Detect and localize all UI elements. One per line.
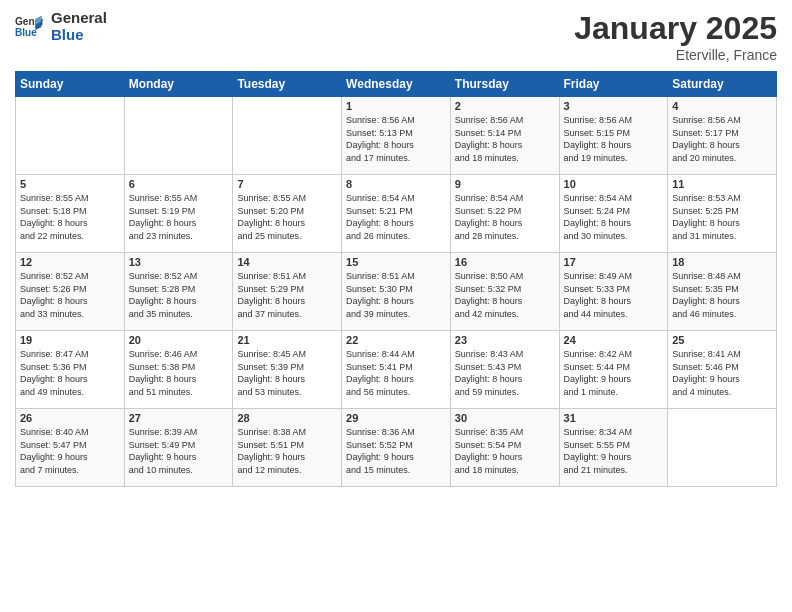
day-number: 1 [346,100,446,112]
day-info: Sunrise: 8:55 AM Sunset: 5:18 PM Dayligh… [20,192,120,242]
day-info: Sunrise: 8:42 AM Sunset: 5:44 PM Dayligh… [564,348,664,398]
calendar-cell [233,97,342,175]
calendar-cell: 24Sunrise: 8:42 AM Sunset: 5:44 PM Dayli… [559,331,668,409]
header-tuesday: Tuesday [233,72,342,97]
header-monday: Monday [124,72,233,97]
day-info: Sunrise: 8:49 AM Sunset: 5:33 PM Dayligh… [564,270,664,320]
day-number: 3 [564,100,664,112]
day-info: Sunrise: 8:53 AM Sunset: 5:25 PM Dayligh… [672,192,772,242]
header-sunday: Sunday [16,72,125,97]
day-number: 8 [346,178,446,190]
svg-text:Blue: Blue [15,27,37,38]
day-number: 20 [129,334,229,346]
day-info: Sunrise: 8:51 AM Sunset: 5:30 PM Dayligh… [346,270,446,320]
calendar-cell: 29Sunrise: 8:36 AM Sunset: 5:52 PM Dayli… [342,409,451,487]
day-number: 15 [346,256,446,268]
day-number: 29 [346,412,446,424]
calendar-cell: 13Sunrise: 8:52 AM Sunset: 5:28 PM Dayli… [124,253,233,331]
day-number: 30 [455,412,555,424]
day-number: 11 [672,178,772,190]
day-info: Sunrise: 8:38 AM Sunset: 5:51 PM Dayligh… [237,426,337,476]
calendar-cell: 11Sunrise: 8:53 AM Sunset: 5:25 PM Dayli… [668,175,777,253]
day-info: Sunrise: 8:47 AM Sunset: 5:36 PM Dayligh… [20,348,120,398]
logo-icon: General Blue [15,13,43,41]
day-number: 10 [564,178,664,190]
calendar-cell: 30Sunrise: 8:35 AM Sunset: 5:54 PM Dayli… [450,409,559,487]
day-info: Sunrise: 8:51 AM Sunset: 5:29 PM Dayligh… [237,270,337,320]
day-number: 22 [346,334,446,346]
calendar-cell: 26Sunrise: 8:40 AM Sunset: 5:47 PM Dayli… [16,409,125,487]
calendar-cell: 9Sunrise: 8:54 AM Sunset: 5:22 PM Daylig… [450,175,559,253]
day-number: 27 [129,412,229,424]
calendar-week-5: 26Sunrise: 8:40 AM Sunset: 5:47 PM Dayli… [16,409,777,487]
day-number: 25 [672,334,772,346]
day-info: Sunrise: 8:43 AM Sunset: 5:43 PM Dayligh… [455,348,555,398]
calendar-week-2: 5Sunrise: 8:55 AM Sunset: 5:18 PM Daylig… [16,175,777,253]
calendar: Sunday Monday Tuesday Wednesday Thursday… [15,71,777,487]
month-title: January 2025 [574,10,777,47]
calendar-week-4: 19Sunrise: 8:47 AM Sunset: 5:36 PM Dayli… [16,331,777,409]
calendar-cell: 4Sunrise: 8:56 AM Sunset: 5:17 PM Daylig… [668,97,777,175]
day-info: Sunrise: 8:54 AM Sunset: 5:22 PM Dayligh… [455,192,555,242]
day-info: Sunrise: 8:34 AM Sunset: 5:55 PM Dayligh… [564,426,664,476]
calendar-cell: 22Sunrise: 8:44 AM Sunset: 5:41 PM Dayli… [342,331,451,409]
day-number: 6 [129,178,229,190]
day-info: Sunrise: 8:54 AM Sunset: 5:24 PM Dayligh… [564,192,664,242]
calendar-cell: 31Sunrise: 8:34 AM Sunset: 5:55 PM Dayli… [559,409,668,487]
logo-blue: Blue [51,27,107,44]
calendar-cell: 5Sunrise: 8:55 AM Sunset: 5:18 PM Daylig… [16,175,125,253]
day-number: 7 [237,178,337,190]
calendar-cell: 2Sunrise: 8:56 AM Sunset: 5:14 PM Daylig… [450,97,559,175]
day-number: 12 [20,256,120,268]
calendar-cell: 18Sunrise: 8:48 AM Sunset: 5:35 PM Dayli… [668,253,777,331]
calendar-cell: 10Sunrise: 8:54 AM Sunset: 5:24 PM Dayli… [559,175,668,253]
day-info: Sunrise: 8:55 AM Sunset: 5:20 PM Dayligh… [237,192,337,242]
calendar-cell: 15Sunrise: 8:51 AM Sunset: 5:30 PM Dayli… [342,253,451,331]
location: Eterville, France [574,47,777,63]
calendar-cell [668,409,777,487]
calendar-cell: 6Sunrise: 8:55 AM Sunset: 5:19 PM Daylig… [124,175,233,253]
day-number: 4 [672,100,772,112]
calendar-cell: 27Sunrise: 8:39 AM Sunset: 5:49 PM Dayli… [124,409,233,487]
calendar-cell [124,97,233,175]
header-saturday: Saturday [668,72,777,97]
day-number: 23 [455,334,555,346]
day-number: 17 [564,256,664,268]
day-info: Sunrise: 8:45 AM Sunset: 5:39 PM Dayligh… [237,348,337,398]
calendar-cell: 16Sunrise: 8:50 AM Sunset: 5:32 PM Dayli… [450,253,559,331]
calendar-cell: 20Sunrise: 8:46 AM Sunset: 5:38 PM Dayli… [124,331,233,409]
day-info: Sunrise: 8:44 AM Sunset: 5:41 PM Dayligh… [346,348,446,398]
day-number: 26 [20,412,120,424]
day-info: Sunrise: 8:50 AM Sunset: 5:32 PM Dayligh… [455,270,555,320]
calendar-cell: 17Sunrise: 8:49 AM Sunset: 5:33 PM Dayli… [559,253,668,331]
calendar-cell: 3Sunrise: 8:56 AM Sunset: 5:15 PM Daylig… [559,97,668,175]
calendar-cell: 8Sunrise: 8:54 AM Sunset: 5:21 PM Daylig… [342,175,451,253]
day-info: Sunrise: 8:36 AM Sunset: 5:52 PM Dayligh… [346,426,446,476]
day-number: 31 [564,412,664,424]
calendar-cell: 21Sunrise: 8:45 AM Sunset: 5:39 PM Dayli… [233,331,342,409]
day-number: 14 [237,256,337,268]
day-info: Sunrise: 8:39 AM Sunset: 5:49 PM Dayligh… [129,426,229,476]
day-number: 5 [20,178,120,190]
title-block: January 2025 Eterville, France [574,10,777,63]
calendar-cell: 1Sunrise: 8:56 AM Sunset: 5:13 PM Daylig… [342,97,451,175]
day-number: 16 [455,256,555,268]
logo: General Blue General Blue [15,10,107,43]
day-info: Sunrise: 8:40 AM Sunset: 5:47 PM Dayligh… [20,426,120,476]
day-info: Sunrise: 8:56 AM Sunset: 5:13 PM Dayligh… [346,114,446,164]
day-info: Sunrise: 8:56 AM Sunset: 5:14 PM Dayligh… [455,114,555,164]
header-friday: Friday [559,72,668,97]
day-number: 19 [20,334,120,346]
day-info: Sunrise: 8:52 AM Sunset: 5:26 PM Dayligh… [20,270,120,320]
day-info: Sunrise: 8:56 AM Sunset: 5:17 PM Dayligh… [672,114,772,164]
day-number: 28 [237,412,337,424]
calendar-week-1: 1Sunrise: 8:56 AM Sunset: 5:13 PM Daylig… [16,97,777,175]
calendar-cell [16,97,125,175]
calendar-week-3: 12Sunrise: 8:52 AM Sunset: 5:26 PM Dayli… [16,253,777,331]
day-info: Sunrise: 8:54 AM Sunset: 5:21 PM Dayligh… [346,192,446,242]
calendar-cell: 12Sunrise: 8:52 AM Sunset: 5:26 PM Dayli… [16,253,125,331]
day-number: 18 [672,256,772,268]
day-info: Sunrise: 8:52 AM Sunset: 5:28 PM Dayligh… [129,270,229,320]
day-info: Sunrise: 8:48 AM Sunset: 5:35 PM Dayligh… [672,270,772,320]
page: General Blue General Blue January 2025 E… [0,0,792,612]
